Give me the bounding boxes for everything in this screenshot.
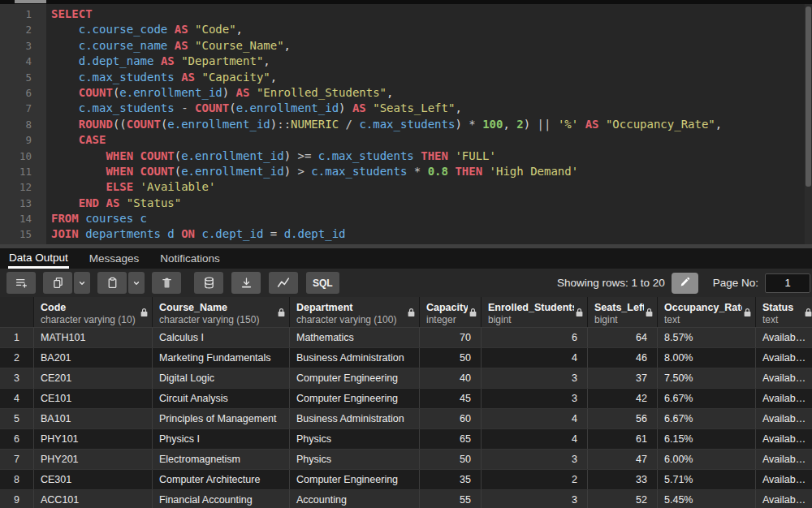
page-no-input[interactable] [765,273,810,293]
row-number[interactable]: 7 [0,450,34,469]
cell-status[interactable]: Availab… [756,389,812,408]
cell-enrolled-students[interactable]: 2 [482,470,588,489]
editor-vertical-scrollbar[interactable] [805,4,812,244]
cell-code[interactable]: PHY201 [34,450,153,469]
cell-occupancy-rate[interactable]: 8.00% [658,348,756,368]
cell-capacity[interactable]: 60 [420,409,482,428]
cell-course-name[interactable]: Digital Logic [153,368,290,388]
column-header-seats-left[interactable]: Seats_Leftbigint [588,297,658,327]
cell-occupancy-rate[interactable]: 7.50% [658,368,756,388]
column-header-code[interactable]: Codecharacter varying (10) [34,297,153,327]
cell-department[interactable]: Computer Engineering [290,368,420,388]
cell-status[interactable]: Availab… [756,348,812,368]
sql-button[interactable]: SQL [306,272,339,294]
top-scrollbar-thumb[interactable] [15,0,46,3]
row-number[interactable]: 3 [0,368,34,388]
column-header-enrolled-students[interactable]: Enrolled_Studentsbigint [482,297,588,327]
download-button[interactable] [231,272,261,294]
column-header-status[interactable]: Statustext [756,297,812,327]
cell-course-name[interactable]: Physics I [153,429,290,449]
cell-capacity[interactable]: 65 [420,429,482,449]
cell-department[interactable]: Physics [290,429,420,449]
row-number[interactable]: 6 [0,429,34,449]
cell-code[interactable]: BA201 [34,348,153,368]
cell-status[interactable]: Availab… [756,409,812,428]
cell-enrolled-students[interactable]: 3 [482,389,588,408]
row-number[interactable]: 1 [0,328,34,347]
cell-course-name[interactable]: Marketing Fundamentals [153,348,290,368]
cell-enrolled-students[interactable]: 3 [482,368,588,388]
row-number[interactable]: 4 [0,389,34,408]
cell-department[interactable]: Accounting [290,490,420,508]
row-number[interactable]: 9 [0,490,34,508]
cell-capacity[interactable]: 45 [420,389,482,408]
cell-code[interactable]: CE101 [34,389,153,408]
cell-code[interactable]: CE301 [34,470,153,489]
cell-enrolled-students[interactable]: 4 [482,348,588,368]
cell-code[interactable]: MATH101 [34,328,153,347]
cell-course-name[interactable]: Calculus I [153,328,290,347]
cell-seats-left[interactable]: 42 [588,389,658,408]
copy-options-button[interactable] [74,272,90,294]
cell-seats-left[interactable]: 56 [588,409,658,428]
cell-seats-left[interactable]: 52 [588,490,658,508]
cell-enrolled-students[interactable]: 4 [482,429,588,449]
cell-capacity[interactable]: 50 [420,348,482,368]
cell-occupancy-rate[interactable]: 6.00% [658,450,756,469]
cell-seats-left[interactable]: 47 [588,450,658,469]
cell-seats-left[interactable]: 46 [588,348,658,368]
sql-editor[interactable]: 1SELECT2 c.course_code AS "Code",3 c.cou… [0,4,812,244]
cell-capacity[interactable]: 70 [420,328,482,347]
cell-code[interactable]: PHY101 [34,429,153,449]
cell-status[interactable]: Availab… [756,470,812,489]
cell-occupancy-rate[interactable]: 5.45% [658,490,756,508]
cell-course-name[interactable]: Computer Architecture [153,470,290,489]
cell-course-name[interactable]: Principles of Management [153,409,290,428]
cell-occupancy-rate[interactable]: 6.67% [658,389,756,408]
cell-status[interactable]: Availab… [756,368,812,388]
tab-data-output[interactable]: Data Output [8,248,69,269]
row-number[interactable]: 8 [0,470,34,489]
column-header-occupancy-rate[interactable]: Occupancy_Ratetext [658,297,756,327]
select-all-corner[interactable] [0,297,34,327]
tab-messages[interactable]: Messages [89,248,140,269]
column-header-course-name[interactable]: Course_Namecharacter varying (150) [153,297,290,327]
cell-course-name[interactable]: Financial Accounting [153,490,290,508]
cell-course-name[interactable]: Circuit Analysis [153,389,290,408]
cell-enrolled-students[interactable]: 4 [482,409,588,428]
cell-occupancy-rate[interactable]: 6.15% [658,429,756,449]
cell-enrolled-students[interactable]: 6 [482,328,588,347]
save-data-button[interactable] [194,272,223,294]
cell-capacity[interactable]: 50 [420,450,482,469]
cell-course-name[interactable]: Electromagnetism [153,450,290,469]
edit-rows-button[interactable] [672,273,698,294]
cell-department[interactable]: Business Administration [290,348,420,368]
delete-button[interactable] [152,272,181,294]
cell-occupancy-rate[interactable]: 5.71% [658,470,756,489]
cell-occupancy-rate[interactable]: 6.67% [658,409,756,428]
cell-status[interactable]: Availab… [756,490,812,508]
cell-enrolled-students[interactable]: 3 [482,490,588,508]
row-number[interactable]: 5 [0,409,34,428]
cell-status[interactable]: Availab… [756,450,812,469]
cell-code[interactable]: ACC101 [34,490,153,508]
cell-capacity[interactable]: 35 [420,470,482,489]
cell-department[interactable]: Mathematics [290,328,420,347]
cell-code[interactable]: BA101 [34,409,153,428]
column-header-capacity[interactable]: Capacityinteger [420,297,482,327]
copy-button[interactable] [43,272,72,294]
cell-status[interactable]: Availab… [756,429,812,449]
cell-capacity[interactable]: 55 [420,490,482,508]
column-header-department[interactable]: Departmentcharacter varying (100) [290,297,420,327]
add-row-button[interactable] [6,272,36,294]
cell-department[interactable]: Computer Engineering [290,470,420,489]
editor-vertical-scrollbar-thumb[interactable] [806,6,811,187]
cell-enrolled-students[interactable]: 3 [482,450,588,469]
paste-options-button[interactable] [128,272,145,294]
cell-capacity[interactable]: 40 [420,368,482,388]
cell-seats-left[interactable]: 33 [588,470,658,489]
graph-button[interactable] [269,272,298,294]
cell-department[interactable]: Business Administration [290,409,420,428]
cell-code[interactable]: CE201 [34,368,153,388]
cell-seats-left[interactable]: 37 [588,368,658,388]
